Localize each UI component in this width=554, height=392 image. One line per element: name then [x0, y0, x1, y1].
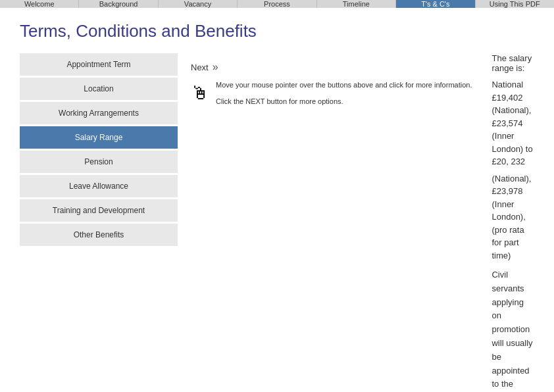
next-arrow[interactable]: »	[213, 61, 218, 73]
nav-item-using-pdf[interactable]: Using This PDF	[476, 0, 554, 8]
page-title: Terms, Conditions and Benefits	[20, 21, 534, 41]
hint-move: Move your mouse pointer over the buttons…	[216, 80, 472, 91]
sidebar: Appointment TermLocationWorking Arrangem…	[20, 53, 178, 392]
right-panel: The salary range is: National £19,402 (N…	[485, 53, 534, 392]
sidebar-btn-location[interactable]: Location	[20, 78, 178, 100]
sidebar-btn-other-benefits[interactable]: Other Benefits	[20, 224, 178, 246]
next-section: Next»🖱Move your mouse pointer over the b…	[191, 61, 472, 392]
salary-range-line2: (National), £23,978 (Inner London), (pro…	[491, 172, 534, 262]
salary-policy: Civil servants applying on promotion wil…	[491, 268, 534, 392]
nav-item-process[interactable]: Process	[238, 0, 316, 8]
nav-item-welcome[interactable]: Welcome	[0, 0, 79, 8]
salary-intro: The salary range is:	[491, 53, 534, 73]
nav-item-background[interactable]: Background	[79, 0, 158, 8]
mouse-icon: 🖱	[191, 82, 209, 104]
nav-item-ts-cs[interactable]: T's & C's	[396, 0, 475, 8]
sidebar-btn-salary-range[interactable]: Salary Range	[20, 126, 178, 149]
sidebar-btn-leave-allowance[interactable]: Leave Allowance	[20, 175, 178, 197]
sidebar-btn-pension[interactable]: Pension	[20, 151, 178, 173]
salary-range-line1: National £19,402 (National), £23,574 (In…	[491, 78, 534, 168]
content-area: Appointment TermLocationWorking Arrangem…	[20, 53, 534, 392]
nav-item-vacancy[interactable]: Vacancy	[159, 0, 238, 8]
next-label: Next	[191, 62, 209, 72]
main-content: Terms, Conditions and Benefits Appointme…	[0, 8, 554, 392]
hint-next: Click the NEXT button for more options.	[216, 96, 472, 107]
top-nav: WelcomeBackgroundVacancyProcessTimelineT…	[0, 0, 554, 8]
nav-item-timeline[interactable]: Timeline	[317, 0, 396, 8]
sidebar-btn-training-development[interactable]: Training and Development	[20, 199, 178, 222]
sidebar-btn-appointment-term[interactable]: Appointment Term	[20, 53, 178, 76]
sidebar-btn-working-arrangements[interactable]: Working Arrangements	[20, 102, 178, 124]
